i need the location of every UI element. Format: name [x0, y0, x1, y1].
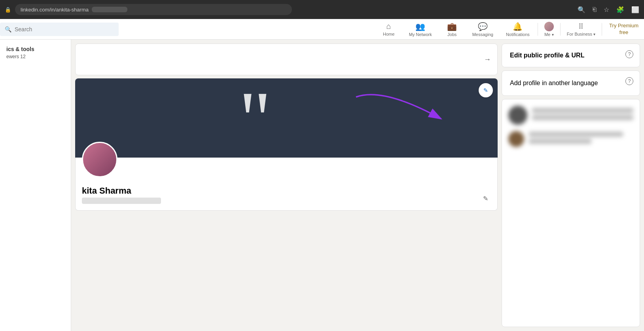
- zoom-icon[interactable]: 🔍: [578, 6, 585, 13]
- svg-text:": ": [239, 82, 267, 154]
- search-input[interactable]: [15, 26, 114, 32]
- edit-banner-button[interactable]: ✎: [479, 83, 493, 97]
- nav-network[interactable]: 👥 My Network: [403, 19, 438, 40]
- notifications-icon: 🔔: [513, 22, 523, 31]
- quote-decoration: ": [231, 82, 342, 154]
- share-icon[interactable]: ⎗: [593, 6, 597, 13]
- me-avatar: [544, 22, 554, 31]
- add-language-card: Add profile in another language ?: [502, 70, 640, 96]
- blurred-text-1: [532, 108, 633, 122]
- profile-info-area: kita Sharma ✎: [75, 158, 498, 211]
- search-bar[interactable]: 🔍: [0, 23, 119, 36]
- blurred-text-2: [529, 132, 633, 146]
- home-label: Home: [383, 32, 394, 36]
- jobs-icon: 💼: [447, 22, 457, 31]
- notifications-label: Notifications: [506, 32, 530, 37]
- arrow-area: →: [484, 55, 491, 64]
- add-language-help-icon[interactable]: ?: [625, 77, 633, 85]
- lock-icon: 🔒: [5, 7, 11, 13]
- blurred-row-2: [508, 131, 633, 147]
- nav-for-business[interactable]: ⠿ For Business ▾: [562, 19, 600, 40]
- edit-profile-url-link[interactable]: Edit public profile & URL: [510, 52, 632, 59]
- search-icon: 🔍: [5, 26, 11, 32]
- right-panel: Edit public profile & URL ? Add profile …: [502, 40, 644, 331]
- analytics-title: ics & tools: [6, 46, 64, 52]
- main-content: ics & tools ewers 12 → " ✎: [0, 40, 644, 331]
- edit-profile-button[interactable]: ✎: [480, 193, 491, 204]
- messaging-icon: 💬: [478, 22, 488, 31]
- nav-home[interactable]: ⌂ Home: [375, 19, 403, 40]
- nav-divider-3: [602, 23, 602, 36]
- nav-items: ⌂ Home 👥 My Network 💼 Jobs 💬 Messaging 🔔…: [375, 19, 644, 40]
- url-text: linkedin.com/in/ankita-sharma: [21, 7, 89, 13]
- window-icon[interactable]: ⬜: [631, 6, 639, 13]
- try-premium-link[interactable]: Try Premium free: [604, 23, 644, 36]
- grid-icon: ⠿: [578, 22, 584, 31]
- profile-card-top: →: [75, 44, 498, 75]
- small-arrow-icon: →: [484, 55, 491, 64]
- blurred-row-1: [508, 106, 633, 125]
- nav-jobs[interactable]: 💼 Jobs: [438, 19, 466, 40]
- center-panel: → " ✎ kita Sharma ✎: [71, 40, 502, 331]
- nav-notifications[interactable]: 🔔 Notifications: [500, 19, 536, 40]
- blurred-suggestions: [508, 106, 633, 147]
- banner-background: " ✎: [75, 78, 498, 158]
- browser-chrome: 🔒 linkedin.com/in/ankita-sharma 🔍 ⎗ ☆ 🧩 …: [0, 0, 644, 19]
- network-label: My Network: [409, 32, 432, 37]
- nav-me[interactable]: Me ▾: [540, 19, 559, 40]
- me-label: Me ▾: [544, 32, 553, 37]
- for-business-label: For Business ▾: [567, 32, 595, 36]
- browser-toolbar: 🔍 ⎗ ☆ 🧩 ⬜: [578, 6, 639, 13]
- edit-profile-card: Edit public profile & URL ?: [502, 44, 640, 67]
- edit-profile-help-icon[interactable]: ?: [625, 50, 633, 58]
- add-language-text[interactable]: Add profile in another language: [510, 79, 632, 88]
- nav-messaging[interactable]: 💬 Messaging: [466, 19, 500, 40]
- edit-banner-icon: ✎: [483, 87, 488, 93]
- home-icon: ⌂: [386, 22, 391, 31]
- profile-subtitle: [82, 198, 161, 204]
- messaging-label: Messaging: [472, 32, 493, 37]
- profile-name: kita Sharma: [82, 186, 491, 196]
- edit-profile-icon: ✎: [483, 195, 488, 202]
- bookmark-icon[interactable]: ☆: [604, 6, 609, 13]
- suggestion-card: [502, 99, 640, 327]
- left-panel: ics & tools ewers 12: [0, 40, 71, 331]
- blurred-avatar-1: [508, 106, 527, 125]
- profile-avatar: [82, 142, 117, 177]
- profile-avatar-wrapper: [82, 142, 117, 177]
- nav-divider-2: [560, 23, 561, 36]
- linkedin-navbar: 🔍 ⌂ Home 👥 My Network 💼 Jobs 💬 Messaging…: [0, 19, 644, 40]
- network-icon: 👥: [415, 22, 425, 31]
- jobs-label: Jobs: [447, 32, 456, 37]
- viewers-text: ewers 12: [6, 54, 64, 59]
- extension-icon[interactable]: 🧩: [616, 6, 624, 13]
- blurred-avatar-2: [508, 131, 524, 147]
- nav-divider: [538, 23, 538, 36]
- profile-banner: " ✎: [75, 78, 498, 158]
- address-bar[interactable]: linkedin.com/in/ankita-sharma: [15, 4, 292, 15]
